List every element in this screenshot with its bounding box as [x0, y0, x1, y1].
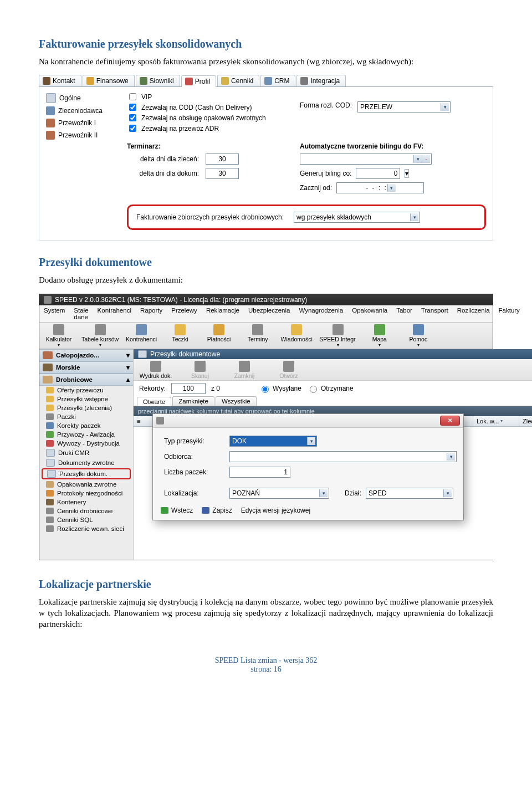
menu-wynagrodzenia[interactable]: Wynagrodzenia: [294, 305, 347, 322]
radio-otrzymane[interactable]: Otrzymane: [307, 384, 354, 393]
rekordy-input[interactable]: [171, 383, 206, 394]
sidebar-item-kontenery[interactable]: Kontenery: [39, 498, 133, 507]
tool-terminy[interactable]: Terminy: [238, 323, 277, 349]
sidebar-item-opakowania-zwrotne[interactable]: Opakowania zwrotne: [39, 480, 133, 489]
dtool-skanuj[interactable]: Skanuj: [178, 359, 222, 380]
tab-crm[interactable]: CRM: [260, 75, 295, 86]
zacznij-input[interactable]: - - : : ▾: [336, 182, 424, 193]
menu-transport[interactable]: Transport: [417, 305, 453, 322]
menu-tabor[interactable]: Tabor: [392, 305, 417, 322]
generuj-input[interactable]: [356, 168, 400, 179]
sidebar-item-dokumenty-zwrotne[interactable]: Dokumenty zwrotne: [39, 458, 133, 468]
menu-ubezpieczenia[interactable]: Ubezpieczenia: [244, 305, 294, 322]
sidebar-item-protokoly[interactable]: Protokoły niezgodności: [39, 489, 133, 498]
tool-kalkulator[interactable]: Kalkulator▾: [39, 323, 78, 349]
sidebar-item-cenniki-sql[interactable]: Cenniki SQL: [39, 515, 133, 524]
scanner-icon: [195, 361, 206, 372]
tab-integracja[interactable]: Integracja: [296, 75, 346, 86]
nav-ogolne[interactable]: Ogólne: [44, 91, 121, 105]
delta-zlecen-input[interactable]: [206, 154, 239, 165]
spinner-icon[interactable]: ▾: [405, 169, 409, 178]
menu-reklamacje[interactable]: Reklamacje: [202, 305, 244, 322]
menu-faktury[interactable]: Faktury: [494, 305, 524, 322]
chk-opak[interactable]: Zezwalaj na obsługę opakowań zwrotnych: [127, 112, 288, 123]
menu-przelewy[interactable]: Przelewy: [167, 305, 202, 322]
dialog-icon: [156, 417, 164, 425]
dlg-typ-combo[interactable]: DOK ▾: [229, 436, 317, 447]
page-footer: SPEED Lista zmian - wersja 362 strona: 1…: [39, 656, 493, 674]
sidebar-item-paczki[interactable]: Paczki: [39, 412, 133, 421]
menu-stale-dane[interactable]: Stałe dane: [69, 305, 93, 322]
radio-wysylane[interactable]: Wysyłane: [259, 384, 301, 393]
tool-platnosci[interactable]: Płatności: [200, 323, 238, 349]
sidebar-group-morskie[interactable]: Morskie ▾: [39, 361, 133, 374]
sidebar-item-cenniki-drobnicowe[interactable]: Cenniki drobnicowe: [39, 507, 133, 515]
nav-zleceniodawca[interactable]: Zleceniodawca: [44, 105, 121, 117]
tool-speed-integr[interactable]: SPEED Integr.▾: [316, 323, 360, 349]
subtab-wszystkie[interactable]: Wszystkie: [216, 396, 257, 406]
dlg-dzial-combo[interactable]: SPED ▾: [366, 488, 453, 499]
delta-dokum-input[interactable]: [206, 168, 239, 179]
menu-raporty[interactable]: Raporty: [136, 305, 167, 322]
subtab-zamkniete[interactable]: Zamknięte: [172, 396, 214, 406]
dtool-wydruk[interactable]: Wydruk dok.: [134, 359, 178, 380]
sidebar-item-przesylki-zlecenia[interactable]: Przesyłki (zlecenia): [39, 403, 133, 412]
nav-przewoznik1[interactable]: Przewoźnik I: [44, 117, 121, 129]
map-icon: [374, 324, 385, 335]
gh-indicator[interactable]: ≡: [134, 416, 153, 426]
sidebar-item-przesylki-dokum[interactable]: Przesyłki dokum.: [42, 468, 131, 479]
tool-mapa[interactable]: Mapa▾: [360, 323, 399, 349]
sidebar-item-rozliczenie-wewn[interactable]: Rozliczenie wewn. sieci: [39, 524, 133, 533]
menu-opakowania[interactable]: Opakowania: [347, 305, 392, 322]
dlg-liczba-label: Liczba paczek:: [164, 468, 225, 476]
sidebar-item-przywozy[interactable]: Przywozy - Awizacja: [39, 430, 133, 439]
sidebar: Całopojazdo... ▾ Morskie ▾ Drobnicowe ▴ …: [39, 349, 134, 560]
dtool-zamknij[interactable]: Zamknij: [222, 359, 267, 380]
subtab-otwarte[interactable]: Otwarte: [137, 397, 171, 406]
sidebar-item-druki-cmr[interactable]: Druki CMR: [39, 448, 133, 458]
tool-tabele-kursow[interactable]: Tabele kursów▾: [78, 323, 122, 349]
tool-wiadomosci[interactable]: Wiadomości: [277, 323, 316, 349]
chk-vip[interactable]: VIP: [127, 91, 288, 102]
tab-profil[interactable]: Profil: [181, 75, 216, 87]
dlg-lok-combo[interactable]: POZNAŃ ▾: [229, 488, 329, 499]
chk-adr[interactable]: Zezwalaj na przewóz ADR: [127, 123, 288, 134]
tool-pomoc[interactable]: Pomoc▾: [399, 323, 438, 349]
menu-rozliczenia[interactable]: Rozliczenia: [453, 305, 494, 322]
tool-kontrahenci[interactable]: Kontrahenci: [122, 323, 161, 349]
gh-lokw2[interactable]: Lok. w...▾: [473, 416, 519, 426]
workarea: Przesyłki dokumentowe Wydruk dok. Skanuj…: [134, 349, 532, 560]
sidebar-group-drobnicowe[interactable]: Drobnicowe ▴: [39, 374, 133, 386]
sidebar-item-wywozy[interactable]: Wywozy - Dystrybucja: [39, 439, 133, 448]
card-icon: [43, 77, 50, 85]
sidebar-item-korekty-paczek[interactable]: Korekty paczek: [39, 421, 133, 430]
red-box-combo[interactable]: wg przesyłek składowych ▾: [294, 212, 420, 223]
box-icon: [46, 405, 54, 411]
dtool-otworz[interactable]: Otwórz: [267, 359, 311, 380]
footer-page: strona: 16: [39, 665, 493, 674]
tab-cenniki[interactable]: Cenniki: [217, 75, 259, 86]
autobiling-combo[interactable]: ▾ -: [300, 154, 432, 165]
dlg-odbiorca-combo[interactable]: ▾: [229, 451, 457, 462]
menu-system[interactable]: System: [39, 305, 69, 322]
dlg-dzial-label: Dział:: [334, 489, 361, 497]
tab-slowniki[interactable]: Słowniki: [136, 75, 180, 86]
menu-kontrahenci[interactable]: Kontrahenci: [93, 305, 136, 322]
dlg-edit-lang-button[interactable]: Edycja wersji językowej: [241, 507, 310, 514]
dlg-back-button[interactable]: Wstecz: [161, 507, 193, 514]
sidebar-group-calopojazdowe[interactable]: Całopojazdo... ▾: [39, 349, 133, 361]
dlg-liczba-input[interactable]: [229, 467, 290, 478]
forma-cod-combo[interactable]: PRZELEW ▾: [357, 101, 451, 112]
tab-kontakt[interactable]: Kontakt: [39, 75, 81, 86]
sidebar-item-przesylki-wstepne[interactable]: Przesyłki wstępne: [39, 395, 133, 403]
gh-zlece[interactable]: Zlece: [519, 416, 532, 426]
chevron-up-icon: ▴: [126, 376, 130, 383]
workarea-tab[interactable]: Przesyłki dokumentowe: [134, 349, 532, 359]
close-button[interactable]: ✕: [440, 416, 460, 426]
dlg-save-button[interactable]: Zapisz: [202, 507, 232, 514]
tool-teczki[interactable]: Teczki: [161, 323, 200, 349]
tab-finansowe[interactable]: Finansowe: [83, 75, 135, 86]
sidebar-item-oferty[interactable]: Oferty przewozu: [39, 386, 133, 395]
chk-cod[interactable]: Zezwalaj na COD (Cash On Delivery): [127, 102, 288, 112]
nav-przewoznik2[interactable]: Przewoźnik II: [44, 129, 121, 141]
